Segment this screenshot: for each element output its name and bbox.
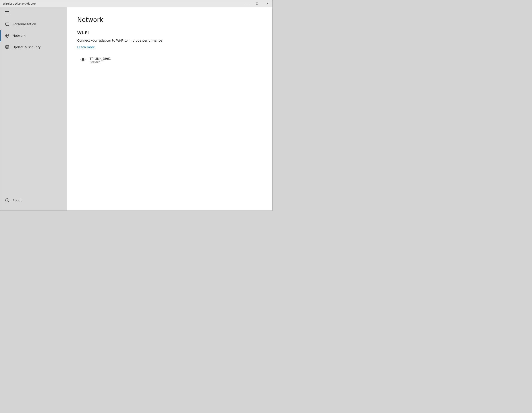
minimize-button[interactable]: ─ (242, 0, 252, 7)
personalization-icon (5, 22, 10, 26)
sidebar: Personalization Network (0, 7, 66, 211)
svg-rect-0 (6, 23, 9, 25)
update-security-label: Update & security (13, 45, 40, 49)
about-label: About (13, 199, 22, 202)
update-security-icon (5, 45, 10, 49)
app-body: Personalization Network (0, 7, 272, 211)
sidebar-item-update-security[interactable]: Update & security (0, 41, 66, 53)
sidebar-item-network[interactable]: Network (0, 30, 66, 41)
window-controls: ─ ❐ ✕ (242, 0, 272, 7)
hamburger-menu[interactable] (0, 7, 66, 18)
hamburger-line-1 (5, 11, 9, 12)
main-content: Network Wi-Fi Connect your adapter to Wi… (66, 7, 272, 211)
network-list-item[interactable]: TP-LINK_3961 Secured (77, 55, 262, 65)
maximize-icon: ❐ (256, 2, 258, 5)
app-window: Wireless Display Adapter ─ ❐ ✕ (0, 0, 273, 211)
svg-rect-8 (6, 46, 9, 48)
titlebar: Wireless Display Adapter ─ ❐ ✕ (0, 0, 272, 7)
sidebar-item-about[interactable]: i About (0, 194, 66, 206)
wifi-description: Connect your adapter to Wi-Fi to improve… (77, 39, 262, 42)
hamburger-line-3 (5, 14, 9, 14)
close-icon: ✕ (266, 2, 268, 5)
maximize-button[interactable]: ❐ (252, 0, 262, 7)
wifi-section-title: Wi-Fi (77, 30, 262, 35)
app-title: Wireless Display Adapter (3, 2, 36, 5)
page-title: Network (77, 16, 262, 23)
network-label: Network (13, 34, 25, 38)
network-icon (5, 33, 10, 38)
learn-more-link[interactable]: Learn more (77, 45, 95, 49)
svg-text:i: i (7, 199, 8, 202)
wifi-signal-icon (80, 58, 86, 63)
sidebar-item-personalization[interactable]: Personalization (0, 18, 66, 30)
close-button[interactable]: ✕ (262, 0, 272, 7)
sidebar-bottom: i About (0, 194, 66, 211)
about-icon: i (5, 198, 10, 202)
svg-rect-7 (6, 46, 9, 48)
network-info: TP-LINK_3961 Secured (90, 57, 111, 64)
network-name: TP-LINK_3961 (90, 57, 111, 60)
personalization-label: Personalization (13, 22, 36, 26)
minimize-icon: ─ (246, 2, 248, 5)
network-status: Secured (90, 60, 111, 64)
hamburger-line-2 (5, 13, 9, 13)
